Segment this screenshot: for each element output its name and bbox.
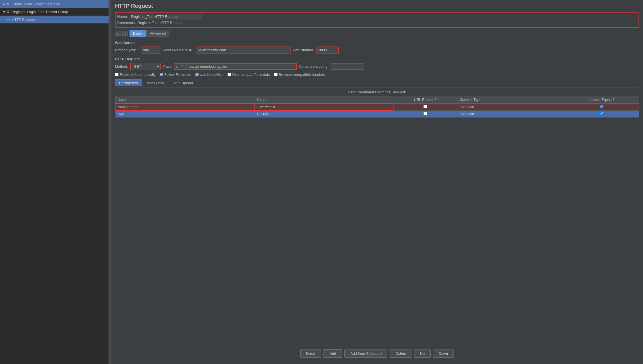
comments-row: Comments: Register Test HTTP Request <box>117 21 637 25</box>
httpreq-section-header: HTTP Request <box>115 57 639 61</box>
webserver-section-header: Web Server <box>115 41 639 45</box>
tab-advanced[interactable]: Advanced <box>146 30 170 37</box>
panel-title: HTTP Request <box>115 3 639 9</box>
param-includeequals-cell <box>564 110 639 117</box>
param-contenttype-cell: text/plain <box>457 103 564 110</box>
resize-handle[interactable] <box>109 0 111 364</box>
name-input[interactable] <box>129 14 202 20</box>
follow-checkbox[interactable] <box>160 73 163 76</box>
multipart-label: Use multipart/form-data <box>232 72 270 77</box>
table-row[interactable]: mobilephone 13••••••••18 text/plain <box>115 103 639 110</box>
httpreq-row: Method: GET POST PUT DELETE Path: Conten… <box>115 63 639 70</box>
port-label: Port Number: <box>293 48 314 52</box>
path-label: Path: <box>163 64 172 69</box>
checkbox-browser[interactable]: Browser-compatible headers <box>274 72 325 77</box>
checkboxes-row: Redirect Automatically Follow Redirects … <box>115 72 639 77</box>
browser-checkbox[interactable] <box>274 73 278 76</box>
urlencode-checkbox[interactable] <box>423 105 427 108</box>
multipart-checkbox[interactable] <box>227 73 231 76</box>
subtab-parameters[interactable]: Parameters <box>115 79 142 86</box>
param-urlencode-cell <box>393 110 457 117</box>
delete-button[interactable]: Delete <box>390 350 412 358</box>
param-name-cell[interactable]: mobilephone <box>115 103 254 110</box>
name-row: Name: <box>117 14 637 20</box>
includeequals-checkbox[interactable] <box>600 105 603 108</box>
main-panel: HTTP Request Name: Comments: Register Te… <box>111 0 643 364</box>
sidebar-item-label-threadgroup: Register_Login_Test Thread Group <box>11 10 68 14</box>
param-urlencode-cell <box>393 103 457 110</box>
port-input[interactable] <box>316 47 339 54</box>
method-label: Method: <box>115 64 128 69</box>
urlencode-checkbox[interactable] <box>423 112 427 115</box>
sidebar-item-http-request[interactable]: ✏ HTTP Request <box>0 16 109 23</box>
send-params-label: Send Parameters With the Request: <box>115 90 639 94</box>
col-urlencode: URL Encode? <box>393 96 457 104</box>
httprequest-icon: ✏ <box>7 17 10 22</box>
sidebar-item-label-httprequest: HTTP Request <box>12 18 36 22</box>
detail-button[interactable]: Detail <box>300 350 321 358</box>
redirect-label: Redirect Automatically <box>120 72 156 77</box>
col-name: Name <box>115 96 254 104</box>
subtab-bodydata[interactable]: Body Data <box>143 79 168 86</box>
down-button[interactable]: Down <box>433 350 454 358</box>
add-from-clipboard-button[interactable]: Add from Clipboard <box>344 350 387 358</box>
protocol-input[interactable] <box>141 47 160 54</box>
webserver-row: Protocol [http]: Server Name or IP: Port… <box>115 47 639 54</box>
includeequals-checkbox[interactable] <box>600 112 603 115</box>
subtabs-row: Parameters Body Data Files Upload <box>115 79 639 88</box>
encoding-label: Content encoding: <box>299 64 328 69</box>
param-value-cell[interactable]: 123456 <box>254 110 393 117</box>
threadgroup-icon: ▼⚙ <box>2 9 10 14</box>
browser-label: Browser-compatible headers <box>279 72 325 77</box>
checkbox-redirect[interactable]: Redirect Automatically <box>115 72 156 77</box>
table-row[interactable]: pwd 123456 text/plain <box>115 110 639 117</box>
server-input[interactable] <box>196 47 291 54</box>
param-value-cell[interactable]: 13••••••••18 <box>254 103 393 110</box>
add-button[interactable]: Add <box>323 349 342 358</box>
checkbox-keepalive[interactable]: Use KeepAlive <box>195 72 224 77</box>
up-button[interactable]: Up <box>414 350 431 358</box>
param-includeequals-cell <box>564 103 639 110</box>
tab-basic[interactable]: Basic <box>129 30 146 37</box>
keepalive-checkbox[interactable] <box>195 73 199 76</box>
comments-label: Comments: <box>117 21 136 25</box>
server-label: Server Name or IP: <box>162 48 193 52</box>
keepalive-label: Use KeepAlive <box>200 72 224 77</box>
encoding-input[interactable] <box>331 63 364 70</box>
method-select[interactable]: GET POST PUT DELETE <box>130 63 161 70</box>
param-name-cell[interactable]: pwd <box>115 110 254 117</box>
table-header-row: Name Value URL Encode? Content-Type Incl… <box>115 96 639 104</box>
parameters-table: Name Value URL Encode? Content-Type Incl… <box>115 96 639 118</box>
arrow-up-btn[interactable]: ▲ <box>115 31 121 36</box>
protocol-label: Protocol [http]: <box>115 48 138 52</box>
param-contenttype-cell: text/plain <box>457 110 564 117</box>
sidebar: ▲▼ Future_Loan_Project test plan ▼⚙ Regi… <box>0 0 109 364</box>
bottom-buttons: Detail Add Add from Clipboard Delete Up … <box>115 346 639 361</box>
sidebar-item-thread-group[interactable]: ▼⚙ Register_Login_Test Thread Group <box>0 8 109 16</box>
comments-value: Register Test HTTP Request <box>137 21 183 25</box>
http-request-panel: HTTP Request Name: Comments: Register Te… <box>111 0 643 364</box>
checkbox-follow[interactable]: Follow Redirects <box>160 72 191 77</box>
sidebar-item-test-plan[interactable]: ▲▼ Future_Loan_Project test plan <box>0 0 109 8</box>
name-label: Name: <box>117 14 128 19</box>
main-tabs-row: ▲ ▼ Basic Advanced <box>115 30 639 37</box>
col-value: Value <box>254 96 393 104</box>
follow-label: Follow Redirects <box>164 72 191 77</box>
redirect-checkbox[interactable] <box>115 73 119 76</box>
checkbox-multipart[interactable]: Use multipart/form-data <box>227 72 270 77</box>
path-input[interactable] <box>174 63 297 70</box>
arrow-down-btn[interactable]: ▼ <box>122 31 128 36</box>
testplan-icon: ▲▼ <box>2 2 10 6</box>
parameters-section: Send Parameters With the Request: Name V… <box>115 90 639 343</box>
subtab-filesupload[interactable]: Files Upload <box>169 79 197 86</box>
col-contenttype: Content-Type <box>457 96 564 104</box>
sidebar-item-label-testplan: Future_Loan_Project test plan <box>12 2 60 6</box>
name-comments-box: Name: Comments: Register Test HTTP Reque… <box>115 12 639 28</box>
col-includeequals: Include Equals? <box>564 96 639 104</box>
